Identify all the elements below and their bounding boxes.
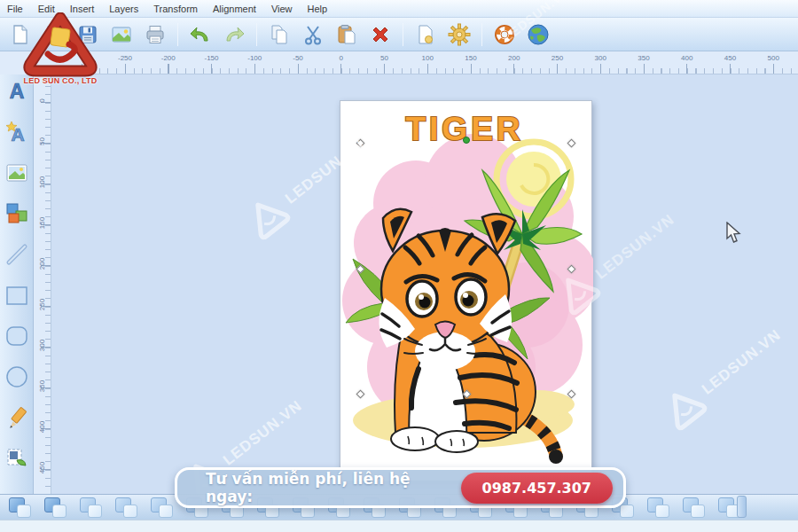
svg-text:A: A xyxy=(9,80,24,103)
node-edit-tool-icon xyxy=(5,447,28,470)
lifebuoy-icon xyxy=(493,23,516,46)
ruler-corner xyxy=(0,51,51,74)
hruler-label-400: 400 xyxy=(681,54,692,62)
hruler-label-50: 50 xyxy=(380,54,388,62)
print-button[interactable] xyxy=(142,21,168,48)
artistic-text-tool-icon: A xyxy=(5,121,28,144)
template-1[interactable] xyxy=(9,497,32,518)
horizontal-ruler: -250-200-150-100-50050100150200250300350… xyxy=(51,51,798,74)
save-icon xyxy=(77,24,98,45)
hruler-label-250: 250 xyxy=(552,54,563,62)
menu-item-help[interactable]: Help xyxy=(308,4,328,14)
undo-button[interactable] xyxy=(187,21,214,48)
insert-image-tool-icon xyxy=(5,161,28,184)
delete-icon xyxy=(370,24,391,45)
menu-item-alignment[interactable]: Alignment xyxy=(213,4,256,14)
menubar: FileEditInsertLayersTransformAlignmentVi… xyxy=(0,0,798,18)
line-tool-button[interactable] xyxy=(4,241,29,267)
hruler-label-250: -250 xyxy=(118,54,132,62)
template-5[interactable] xyxy=(151,497,174,518)
template-4[interactable] xyxy=(115,497,138,518)
pencil-tool-icon xyxy=(5,406,28,429)
main-toolbar xyxy=(0,18,798,51)
copy-icon xyxy=(269,24,290,45)
help-button[interactable] xyxy=(491,21,518,48)
hruler-label-450: 450 xyxy=(724,54,736,62)
paste-button[interactable] xyxy=(333,21,360,48)
cut-button[interactable] xyxy=(300,21,326,48)
vruler-label-250: 250 xyxy=(38,298,46,312)
export-document-button[interactable] xyxy=(412,21,439,48)
watermark: LEDSUN.VN xyxy=(658,319,790,433)
vruler-label-300: 300 xyxy=(38,339,46,353)
canvas-area[interactable]: TIGER LEDSUN.VN LEDSUN.VN xyxy=(51,74,798,494)
rectangle-tool-icon xyxy=(5,284,28,307)
undo-icon xyxy=(189,24,212,45)
hruler-label-50: -50 xyxy=(293,54,303,62)
tiger-artwork: TIGER xyxy=(340,101,593,482)
vruler-label-400: 400 xyxy=(38,420,46,434)
insert-image-tool-button[interactable] xyxy=(4,160,29,185)
hruler-label-0: 0 xyxy=(340,54,343,62)
design-page: TIGER xyxy=(340,100,592,481)
ellipse-tool-button[interactable] xyxy=(4,364,29,389)
menu-item-insert[interactable]: Insert xyxy=(70,4,95,14)
new-document-button[interactable] xyxy=(7,21,34,48)
browse-web-button[interactable] xyxy=(525,21,552,48)
rectangle-tool-button[interactable] xyxy=(4,282,29,308)
delete-button[interactable] xyxy=(367,21,394,48)
toolbar-grip[interactable] xyxy=(737,496,747,518)
pencil-tool-button[interactable] xyxy=(4,404,29,430)
vruler-label-200: 200 xyxy=(38,257,46,271)
vruler-label-50: 50 xyxy=(38,135,46,149)
vruler-label-350: 350 xyxy=(38,379,46,394)
insert-image-icon xyxy=(111,24,132,45)
insert-image-button[interactable] xyxy=(108,21,135,48)
copy-button[interactable] xyxy=(266,21,293,48)
print-icon xyxy=(145,24,166,45)
open-document-button[interactable] xyxy=(41,21,67,48)
template-19[interactable] xyxy=(647,497,670,518)
menu-item-transform[interactable]: Transform xyxy=(153,4,198,14)
redo-button[interactable] xyxy=(221,21,247,48)
settings-button[interactable] xyxy=(446,21,473,48)
menu-item-layers[interactable]: Layers xyxy=(109,4,138,14)
template-2[interactable] xyxy=(44,497,67,518)
text-tool-icon: A xyxy=(5,80,28,103)
hruler-label-200: 200 xyxy=(508,54,520,62)
toolbar-separator xyxy=(177,23,178,46)
ellipse-tool-icon xyxy=(5,365,28,388)
hruler-label-200: -200 xyxy=(161,54,176,62)
menu-item-file[interactable]: File xyxy=(7,4,23,14)
menu-item-edit[interactable]: Edit xyxy=(38,4,55,14)
node-edit-tool-button[interactable] xyxy=(4,445,29,471)
rounded-rectangle-tool-icon xyxy=(5,325,28,348)
template-3[interactable] xyxy=(80,497,103,518)
hruler-label-350: 350 xyxy=(638,54,649,62)
settings-gear-icon xyxy=(448,23,471,46)
vruler-label-450: 450 xyxy=(38,461,46,475)
vruler-label-100: 100 xyxy=(38,176,46,190)
vruler-label-0: 0 xyxy=(38,94,46,108)
new-document-icon xyxy=(10,24,31,45)
hruler-label-100: 100 xyxy=(422,54,434,62)
tool-palette: A A xyxy=(0,74,34,494)
toolbar-separator xyxy=(481,23,482,46)
artistic-text-tool-button[interactable]: A xyxy=(4,119,29,145)
line-tool-icon xyxy=(5,243,28,266)
rounded-rectangle-tool-button[interactable] xyxy=(4,323,29,348)
rotation-handle[interactable] xyxy=(463,137,470,144)
menu-item-view[interactable]: View xyxy=(271,4,293,14)
open-document-icon xyxy=(43,24,65,45)
watermark-logo-icon xyxy=(658,382,709,433)
phone-number-button[interactable]: 0987.457.307 xyxy=(461,473,613,504)
hruler-label-300: 300 xyxy=(595,54,606,62)
image-gallery-tool-button[interactable] xyxy=(4,200,29,226)
paste-icon xyxy=(336,24,357,45)
image-gallery-tool-icon xyxy=(5,202,28,225)
template-20[interactable] xyxy=(683,497,706,518)
save-button[interactable] xyxy=(74,21,101,48)
text-tool-button[interactable]: A xyxy=(4,78,29,104)
hruler-label-500: 500 xyxy=(768,54,779,62)
export-document-icon xyxy=(415,24,436,45)
